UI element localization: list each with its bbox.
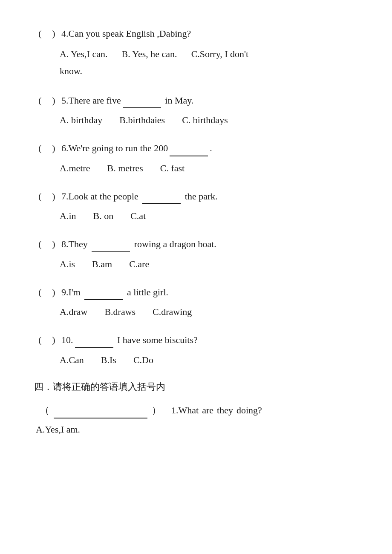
blank-8 xyxy=(92,235,130,252)
s4q1-answer: A.Yes,I am. xyxy=(36,422,358,437)
blank-10 xyxy=(75,331,113,348)
question-7-options: A.in B. on C.at xyxy=(34,208,358,223)
question-8: ( ) 8.They rowing a dragon boat. A.is B.… xyxy=(34,235,358,271)
option-9c: C.drawing xyxy=(153,304,192,319)
open-paren-s4q1: （ xyxy=(40,403,49,418)
question-9-line: ( ) 9.I'm a little girl. xyxy=(34,283,358,300)
open-paren-9: ( xyxy=(34,285,46,300)
blank-6 xyxy=(170,139,208,156)
question-5-text: 5.There are five in May. xyxy=(61,92,358,108)
blank-9 xyxy=(84,283,123,300)
close-paren-8: ) xyxy=(48,237,60,251)
question-8-line: ( ) 8.They rowing a dragon boat. xyxy=(34,235,358,252)
option-9b: B.draws xyxy=(104,304,135,319)
question-6: ( ) 6.We're going to run the 200 . A.met… xyxy=(34,139,358,176)
section-four-q1-line: （ ） 1.What are they doing? xyxy=(34,403,358,418)
option-6c: C. fast xyxy=(160,161,184,176)
question-10-text: 10. I have some biscuits? xyxy=(61,331,358,348)
option-10a: A.Can xyxy=(60,352,84,367)
question-5: ( ) 5.There are five in May. A. birthday… xyxy=(34,92,358,128)
question-4: ( ) 4.Can you speak English ,Dabing? A. … xyxy=(34,26,358,80)
option-8c: C.are xyxy=(129,257,149,271)
question-4-options: A. Yes,I can. B. Yes, he can. C.Sorry, I… xyxy=(34,46,358,79)
s4q1-are: are xyxy=(202,403,213,418)
question-4-line: ( ) 4.Can you speak English ,Dabing? xyxy=(34,26,358,41)
question-9-options: A.draw B.draws C.drawing xyxy=(34,304,358,319)
close-paren-10: ) xyxy=(48,332,60,347)
question-10-line: ( ) 10. I have some biscuits? xyxy=(34,331,358,348)
close-paren-9: ) xyxy=(48,285,60,300)
question-5-line: ( ) 5.There are five in May. xyxy=(34,92,358,108)
section-four-header: 四．请将正确的答语填入括号内 xyxy=(34,379,358,394)
s4q1-they: they xyxy=(217,403,233,418)
close-paren-7: ) xyxy=(48,189,60,204)
question-8-options: A.is B.am C.are xyxy=(34,257,358,271)
question-6-text: 6.We're going to run the 200 . xyxy=(61,139,358,156)
question-7-line: ( ) 7.Look at the people the park. xyxy=(34,188,358,204)
question-9: ( ) 9.I'm a little girl. A.draw B.draws … xyxy=(34,283,358,320)
question-9-text: 9.I'm a little girl. xyxy=(61,283,358,300)
open-paren-6: ( xyxy=(34,141,46,156)
option-5b: B.birthdaies xyxy=(119,113,165,127)
option-7a: A.in xyxy=(60,208,76,223)
close-paren-s4q1: ） xyxy=(152,403,161,418)
question-5-options: A. birthday B.birthdaies C. birthdays xyxy=(34,113,358,127)
open-paren-5: ( xyxy=(34,93,46,108)
open-paren-7: ( xyxy=(34,189,46,204)
option-8a: A.is xyxy=(60,257,75,271)
option-6b: B. metres xyxy=(107,161,143,176)
question-7: ( ) 7.Look at the people the park. A.in … xyxy=(34,188,358,224)
open-paren-8: ( xyxy=(34,237,46,251)
question-4-text: 4.Can you speak English ,Dabing? xyxy=(61,26,358,41)
blank-7 xyxy=(142,188,181,204)
s4q1-number: 1.What xyxy=(171,403,199,418)
question-8-text: 8.They rowing a dragon boat. xyxy=(61,235,358,252)
option-10c: C.Do xyxy=(133,352,153,367)
question-10: ( ) 10. I have some biscuits? A.Can B.Is… xyxy=(34,331,358,367)
close-paren-6: ) xyxy=(48,141,60,156)
close-paren-5: ) xyxy=(48,93,60,108)
option-4c: C.Sorry, I don't xyxy=(191,46,249,63)
question-6-options: A.metre B. metres C. fast xyxy=(34,161,358,176)
question-6-line: ( ) 6.We're going to run the 200 . xyxy=(34,139,358,156)
option-4a: A. Yes,I can. xyxy=(60,46,107,63)
option-4b: B. Yes, he can. xyxy=(121,46,177,63)
section-four-q1: （ ） 1.What are they doing? A.Yes,I am. xyxy=(34,403,358,437)
option-7c: C.at xyxy=(130,208,146,223)
section-four: 四．请将正确的答语填入括号内 （ ） 1.What are they doing… xyxy=(34,379,358,437)
option-10b: B.Is xyxy=(101,352,116,367)
option-5c: C. birthdays xyxy=(182,113,228,127)
open-paren-10: ( xyxy=(34,332,46,347)
option-5a: A. birthday xyxy=(60,113,102,127)
option-7b: B. on xyxy=(93,208,114,223)
option-8b: B.am xyxy=(92,257,112,271)
option-9a: A.draw xyxy=(60,304,87,319)
close-paren-4: ) xyxy=(48,26,60,41)
s4q1-doing: doing? xyxy=(236,403,262,418)
question-10-options: A.Can B.Is C.Do xyxy=(34,352,358,367)
long-blank-s4q1 xyxy=(54,403,147,418)
option-6a: A.metre xyxy=(60,161,90,176)
option-4c-cont: know. xyxy=(60,66,82,76)
open-paren-4: ( xyxy=(34,26,46,41)
question-7-text: 7.Look at the people the park. xyxy=(61,188,358,204)
blank-5 xyxy=(123,92,161,108)
